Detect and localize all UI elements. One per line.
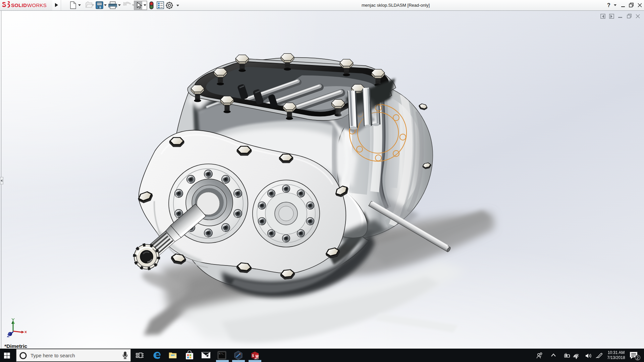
svg-text:2017: 2017 bbox=[255, 358, 259, 360]
svg-text:WORKS: WORKS bbox=[27, 2, 47, 8]
svg-text:S: S bbox=[252, 354, 254, 358]
svg-text:C:\_: C:\_ bbox=[219, 353, 224, 355]
svg-text:2: 2 bbox=[637, 356, 639, 360]
svg-text:?: ? bbox=[607, 2, 610, 8]
svg-text:SOLID: SOLID bbox=[11, 2, 27, 8]
